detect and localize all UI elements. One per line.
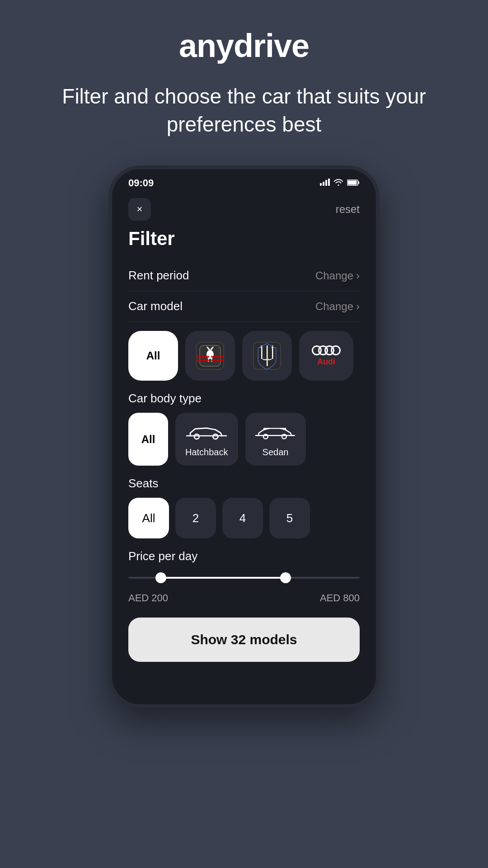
brand-chips-row: All [128,331,360,381]
seat-all-label: All [142,511,155,525]
svg-rect-13 [211,356,224,358]
body-type-chips-row: All Hatchback [128,413,360,466]
price-fill [161,577,286,579]
price-min-label: AED 200 [128,592,168,604]
rent-period-row[interactable]: Rent period Change › [128,260,360,291]
svg-rect-2 [325,180,327,186]
svg-rect-1 [323,182,324,186]
show-models-button[interactable]: Show 32 models [128,618,360,662]
signal-icon [320,179,330,188]
rent-period-change: Change [315,269,353,282]
body-hatchback-label: Hatchback [185,447,228,458]
seat-2-label: 2 [192,511,199,525]
svg-rect-0 [320,183,322,186]
svg-rect-14 [197,359,209,361]
status-time: 09:09 [128,177,154,189]
body-chip-hatchback[interactable]: Hatchback [175,413,238,466]
brand-chip-porsche[interactable] [185,331,235,381]
seat-5-label: 5 [286,511,293,525]
audi-text: Audi [317,357,335,367]
svg-rect-15 [211,359,224,361]
seat-chip-2[interactable]: 2 [175,498,216,538]
brand-all-label: All [146,349,160,362]
rent-period-label: Rent period [128,269,189,283]
brand-chip-all[interactable]: All [128,331,178,381]
svg-point-21 [213,434,218,439]
svg-point-20 [194,434,199,439]
status-bar: 09:09 [112,169,376,193]
porsche-logo-icon [194,340,226,372]
seats-chips-row: All 2 4 5 [128,498,360,538]
body-all-label: All [141,433,155,446]
price-labels: AED 200 AED 800 [128,592,360,604]
rent-period-action[interactable]: Change › [315,269,360,282]
seat-chip-4[interactable]: 4 [222,498,263,538]
close-button[interactable]: × [128,198,151,221]
phone-mockup: 09:09 [108,165,380,708]
seat-chip-all[interactable]: All [128,498,169,538]
price-title: Price per day [128,549,360,563]
svg-rect-5 [358,181,360,184]
car-model-chevron: › [356,300,360,313]
reset-button[interactable]: reset [336,203,360,216]
seat-4-label: 4 [239,511,246,525]
phone-content: × reset Filter Rent period Change › Car … [112,193,376,678]
price-section: Price per day AED 200 AED 800 [128,549,360,604]
filter-title: Filter [128,228,360,250]
battery-icon [347,179,360,188]
svg-rect-12 [197,356,209,358]
close-icon: × [137,203,143,215]
filter-header: × reset [128,198,360,221]
hatchback-icon [186,421,227,443]
seats-title: Seats [128,476,360,491]
price-slider[interactable] [128,572,360,583]
svg-rect-6 [348,180,357,184]
car-model-row[interactable]: Car model Change › [128,291,360,322]
body-chip-all[interactable]: All [128,413,168,466]
car-model-label: Car model [128,299,183,313]
app-subtitle: Filter and choose the car that suits you… [36,82,452,138]
app-title: anydrive [179,27,309,64]
car-model-change: Change [315,300,353,313]
status-icons [320,179,360,188]
rent-period-chevron: › [356,269,360,282]
car-body-type-title: Car body type [128,392,360,406]
svg-rect-3 [328,179,330,186]
price-thumb-min[interactable] [155,572,166,583]
body-chip-sedan[interactable]: Sedan [245,413,306,466]
brand-chip-maserati[interactable] [242,331,292,381]
car-model-action[interactable]: Change › [315,300,360,313]
svg-rect-17 [267,345,268,366]
price-max-label: AED 800 [320,592,360,604]
audi-logo: Audi [312,345,341,367]
price-thumb-max[interactable] [280,572,291,583]
brand-chip-audi[interactable]: Audi [299,331,353,381]
wifi-icon [333,179,343,188]
sedan-icon [255,421,296,443]
seat-chip-5[interactable]: 5 [269,498,310,538]
maserati-logo-icon [251,340,283,372]
body-sedan-label: Sedan [263,447,289,458]
